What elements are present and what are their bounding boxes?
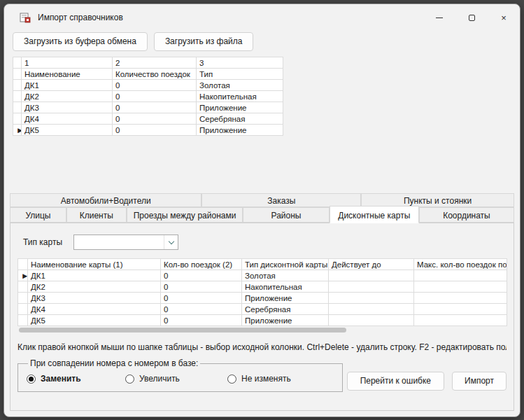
tab-punkty-i-stoyanki[interactable]: Пункты и стоянки <box>361 193 514 207</box>
discount-cards-table: Наименование карты (1) Кол-во поездок (2… <box>17 258 507 326</box>
cell-type[interactable]: Серебряная <box>242 304 329 315</box>
cell-valid-until[interactable] <box>329 270 414 281</box>
app-icon <box>20 12 31 23</box>
column-index[interactable]: 1 <box>22 57 113 69</box>
maximize-button[interactable] <box>455 4 488 31</box>
tab-zakazy[interactable]: Заказы <box>201 193 361 207</box>
cell-name[interactable]: ДК2 <box>22 91 113 102</box>
cell-name[interactable]: ДК4 <box>28 304 161 315</box>
tab-klienty[interactable]: Клиенты <box>66 207 127 223</box>
tab-diskontnye-karty[interactable]: Дисконтные карты <box>330 206 419 223</box>
chevron-down-icon <box>168 238 174 244</box>
cell-type[interactable]: Приложение <box>242 315 329 326</box>
column-header[interactable]: Действует до <box>329 259 414 270</box>
cell-type[interactable]: Приложение <box>197 102 283 113</box>
cell-max-trips[interactable] <box>414 304 507 315</box>
column-header[interactable]: Тип <box>197 69 283 80</box>
cell-trips[interactable]: 0 <box>113 80 197 91</box>
row-marker <box>13 80 22 91</box>
cell-trips[interactable]: 0 <box>113 113 197 125</box>
goto-error-button[interactable]: Перейти к ошибке <box>347 372 444 391</box>
radio-label: Заменить <box>41 374 81 384</box>
toolbar: Загрузить из буфера обмена Загрузить из … <box>13 32 511 51</box>
cell-type[interactable]: Накопительная <box>242 281 329 293</box>
tab-rayony[interactable]: Районы <box>243 207 329 223</box>
cell-type[interactable]: Золотая <box>197 80 283 91</box>
cell-valid-until[interactable] <box>329 281 414 293</box>
column-header[interactable]: Наименование <box>22 69 113 80</box>
table-row: ДК4 0 Серебряная <box>13 113 283 125</box>
load-clipboard-button[interactable]: Загрузить из буфера обмена <box>13 32 148 51</box>
tab-row-2: Улицы Клиенты Проезды между районами Рай… <box>10 207 514 223</box>
bottom-row: При совпадении номера с номером в базе: … <box>17 358 507 392</box>
cell-type[interactable]: Приложение <box>242 293 329 304</box>
card-type-label: Тип карты <box>23 237 73 247</box>
duplicate-policy-options: Заменить Увеличить Не изменять <box>27 374 334 384</box>
table-row: ДК2 0 Накопительная <box>18 281 507 293</box>
column-header[interactable]: Тип дисконтной карты (3 <box>242 259 329 270</box>
column-index[interactable]: 2 <box>113 57 197 69</box>
row-marker <box>13 91 22 102</box>
cell-name[interactable]: ДК5 <box>22 125 113 136</box>
cell-trips[interactable]: 0 <box>161 315 242 326</box>
radio-increase[interactable]: Увеличить <box>125 374 227 384</box>
radio-label: Не изменять <box>241 374 291 384</box>
cell-valid-until[interactable] <box>329 315 414 326</box>
horizontal-scrollbar[interactable] <box>17 327 507 333</box>
tab-row-1: Автомобили+Водители Заказы Пункты и стоя… <box>10 193 514 207</box>
cell-type[interactable]: Накопительная <box>197 91 283 102</box>
discount-cards-panel: Тип карты Наименование карты (1) Кол-во … <box>10 223 514 411</box>
close-icon: × <box>501 13 507 23</box>
cell-name[interactable]: ДК5 <box>28 315 161 326</box>
tab-ulitsy[interactable]: Улицы <box>10 207 66 223</box>
combo-arrow-button[interactable] <box>164 235 178 249</box>
cell-name[interactable]: ДК1 <box>28 270 161 281</box>
cell-type[interactable]: Серебряная <box>197 113 283 125</box>
cell-name[interactable]: ДК3 <box>28 293 161 304</box>
column-header[interactable]: Наименование карты (1) <box>28 259 161 270</box>
radio-no-change[interactable]: Не изменять <box>227 374 291 384</box>
card-type-select[interactable] <box>73 234 178 250</box>
cell-valid-until[interactable] <box>329 293 414 304</box>
table-row: ДК4 0 Серебряная <box>18 304 507 315</box>
import-button[interactable]: Импорт <box>452 372 507 391</box>
radio-replace[interactable]: Заменить <box>27 374 125 384</box>
close-button[interactable]: × <box>488 4 520 31</box>
column-header[interactable]: Макс. кол-во поездок по вс <box>414 259 507 270</box>
row-marker <box>18 281 28 293</box>
titlebar[interactable]: Импорт справочников × <box>4 4 520 31</box>
cell-name[interactable]: ДК2 <box>28 281 161 293</box>
cell-trips[interactable]: 0 <box>161 293 242 304</box>
cell-type[interactable]: Приложение <box>197 125 283 136</box>
cell-trips[interactable]: 0 <box>161 304 242 315</box>
table-row: ДК1 0 Золотая <box>13 80 283 91</box>
marker-cell <box>13 57 22 69</box>
column-header[interactable]: Количество поездок <box>113 69 197 80</box>
cell-name[interactable]: ДК1 <box>22 80 113 91</box>
cell-max-trips[interactable] <box>414 315 507 326</box>
help-text: Клик правой кнопкой мыши по шапке таблиц… <box>17 342 507 352</box>
scrollbar-thumb[interactable] <box>19 328 346 332</box>
tab-koordinaty[interactable]: Координаты <box>419 207 514 223</box>
column-index[interactable]: 3 <box>197 57 283 69</box>
cell-trips[interactable]: 0 <box>161 281 242 293</box>
tab-proezdy-mezhdu-rayonami[interactable]: Проезды между районами <box>127 207 243 223</box>
cell-max-trips[interactable] <box>414 293 507 304</box>
cell-valid-until[interactable] <box>329 304 414 315</box>
table-row: ДК2 0 Накопительная <box>13 91 283 102</box>
cell-name[interactable]: ДК4 <box>22 113 113 125</box>
tab-avtomobili-voditeli[interactable]: Автомобили+Водители <box>10 193 201 207</box>
cell-trips[interactable]: 0 <box>113 91 197 102</box>
row-marker <box>18 304 28 315</box>
column-header[interactable]: Кол-во поездок (2) <box>161 259 242 270</box>
cell-max-trips[interactable] <box>414 270 507 281</box>
load-file-button[interactable]: Загрузить из файла <box>154 32 254 51</box>
cell-max-trips[interactable] <box>414 281 507 293</box>
minimize-button[interactable] <box>423 4 455 31</box>
cell-name[interactable]: ДК3 <box>22 102 113 113</box>
radio-unselected-icon <box>227 374 236 384</box>
cell-type[interactable]: Золотая <box>242 270 329 281</box>
cell-trips[interactable]: 0 <box>113 125 197 136</box>
cell-trips[interactable]: 0 <box>161 270 242 281</box>
cell-trips[interactable]: 0 <box>113 102 197 113</box>
